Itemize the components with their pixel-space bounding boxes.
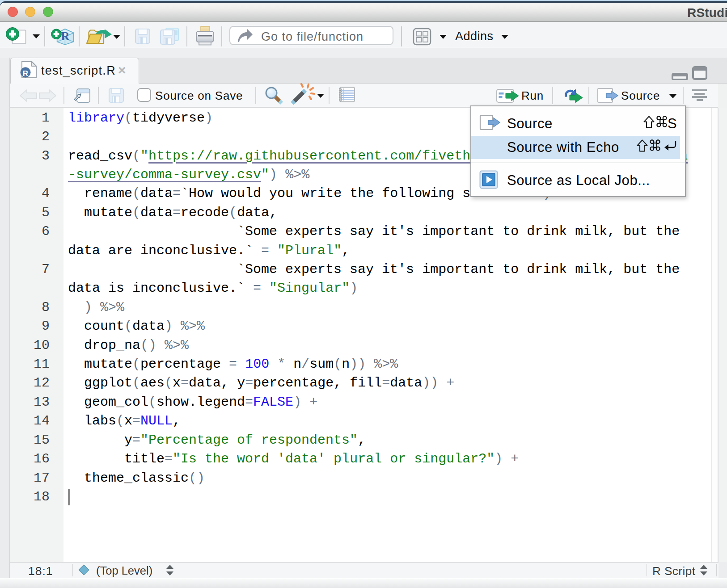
svg-text:R: R	[61, 29, 70, 43]
svg-text:R: R	[23, 69, 28, 78]
